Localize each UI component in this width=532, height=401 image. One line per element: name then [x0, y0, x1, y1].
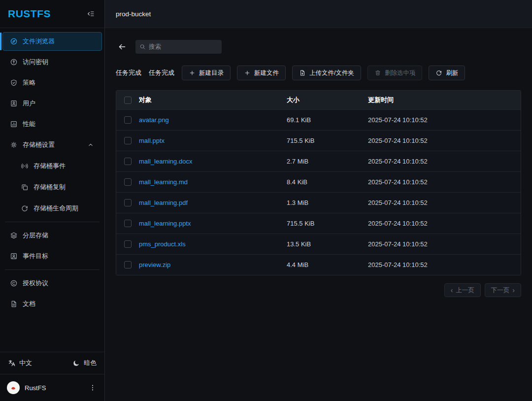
- account-row[interactable]: RustFS: [0, 374, 104, 401]
- search-box: [135, 40, 222, 54]
- object-updated: 2025-07-24 10:10:52: [368, 240, 521, 248]
- chevron-up-icon: [87, 141, 95, 149]
- object-updated: 2025-07-24 10:10:52: [368, 116, 521, 124]
- object-updated: 2025-07-24 10:10:52: [368, 178, 521, 186]
- sidebar-item-label: 存储桶复制: [33, 183, 95, 192]
- object-link[interactable]: mall_learning.md: [139, 178, 188, 186]
- select-all-checkbox[interactable]: [124, 97, 132, 104]
- toolbar: 任务完成任务完成 新建目录新建文件上传文件/文件夹删除选中项刷新: [116, 66, 521, 80]
- sidebar-item-docs[interactable]: 文档: [2, 294, 102, 314]
- table-row: preview.zip4.4 MiB2025-07-24 10:10:52: [116, 254, 521, 275]
- search-row: [116, 40, 521, 54]
- row-checkbox[interactable]: [124, 261, 132, 268]
- object-updated: 2025-07-24 10:10:52: [368, 137, 521, 144]
- performance-icon: [10, 120, 18, 128]
- sidebar-item-file-browser[interactable]: 文件浏览器: [2, 32, 102, 51]
- sidebar-item-bucket-settings[interactable]: 存储桶设置: [2, 134, 102, 155]
- sidebar-item-bucket-events[interactable]: 存储桶事件: [2, 155, 102, 176]
- layers-icon: [10, 232, 18, 239]
- object-size: 69.1 KiB: [287, 116, 368, 124]
- table-row: mall_learning.pptx715.5 KiB2025-07-24 10…: [116, 213, 521, 234]
- moon-icon: [72, 359, 80, 367]
- object-link[interactable]: mall.pptx: [139, 137, 165, 144]
- sidebar-item-label: 文件浏览器: [23, 37, 95, 46]
- object-link[interactable]: pms_product.xls: [139, 240, 186, 248]
- sidebar-item-users[interactable]: 用户: [2, 93, 102, 114]
- sidebar-collapse-button[interactable]: [85, 8, 97, 20]
- sidebar-item-license[interactable]: 授权协议: [2, 273, 102, 294]
- column-header-name: 对象: [139, 96, 287, 104]
- arrow-left-icon: [118, 42, 127, 51]
- refresh-button[interactable]: 刷新: [429, 66, 465, 80]
- collapse-sidebar-icon: [87, 10, 95, 18]
- sidebar-item-bucket-replication[interactable]: 存储桶复制: [2, 176, 102, 198]
- account-menu-button[interactable]: [87, 382, 99, 394]
- object-link[interactable]: avatar.png: [139, 116, 169, 124]
- object-size: 8.4 KiB: [287, 178, 368, 186]
- object-link[interactable]: mall_learning.pptx: [139, 220, 191, 227]
- table-row: mall_learning.md8.4 KiB2025-07-24 10:10:…: [116, 171, 521, 192]
- next-page-button[interactable]: 下一页 ›: [485, 283, 521, 297]
- object-size: 2.7 MiB: [287, 158, 368, 165]
- new-folder-button[interactable]: 新建目录: [182, 66, 231, 80]
- prev-page-button[interactable]: ‹ 上一页: [444, 283, 481, 297]
- copy-icon: [21, 183, 29, 191]
- object-table: 对象 大小 更新时间 avatar.png69.1 KiB2025-07-24 …: [116, 90, 521, 275]
- page-title: prod-bucket: [116, 10, 151, 18]
- top-bar: prod-bucket: [105, 0, 532, 28]
- account-name: RustFS: [25, 384, 82, 392]
- sidebar-item-label: 存储桶生命周期: [33, 204, 95, 213]
- column-header-updated: 更新时间: [368, 96, 521, 104]
- object-size: 1.3 MiB: [287, 199, 368, 206]
- refresh-icon: [435, 69, 442, 76]
- table-header: 对象 大小 更新时间: [116, 91, 521, 109]
- sidebar-item-label: 性能: [23, 120, 95, 129]
- object-link[interactable]: mall_learning.pdf: [139, 199, 188, 206]
- sidebar-item-label: 分层存储: [23, 231, 95, 240]
- sidebar-item-event-targets[interactable]: 事件目标: [2, 246, 102, 267]
- sidebar-item-bucket-lifecycle[interactable]: 存储桶生命周期: [2, 198, 102, 219]
- object-link[interactable]: mall_learning.docx: [139, 158, 192, 165]
- trash-icon: [374, 69, 381, 76]
- object-size: 715.5 KiB: [287, 137, 368, 144]
- content: 任务完成任务完成 新建目录新建文件上传文件/文件夹删除选中项刷新 对象 大小 更…: [105, 28, 532, 401]
- row-checkbox[interactable]: [124, 199, 132, 206]
- row-checkbox[interactable]: [124, 137, 132, 144]
- delete-button[interactable]: 删除选中项: [367, 66, 423, 80]
- search-input[interactable]: [135, 40, 222, 54]
- button-label: 刷新: [446, 69, 458, 77]
- upload-button[interactable]: 上传文件/文件夹: [292, 66, 361, 80]
- user-icon: [10, 100, 18, 107]
- broadcast-icon: [21, 162, 29, 170]
- sidebar-item-performance[interactable]: 性能: [2, 114, 102, 134]
- preferences-row: 中文 暗色: [0, 352, 104, 374]
- sidebar-item-label: 策略: [23, 78, 95, 87]
- row-checkbox[interactable]: [124, 178, 132, 186]
- chevron-right-icon: ›: [512, 287, 515, 294]
- sidebar-footer: 中文 暗色 RustFS: [0, 352, 104, 401]
- chevron-left-icon: ‹: [451, 287, 453, 294]
- sidebar-item-policies[interactable]: 策略: [2, 72, 102, 93]
- theme-toggle[interactable]: 暗色: [72, 359, 97, 368]
- object-updated: 2025-07-24 10:10:52: [368, 199, 521, 206]
- row-checkbox[interactable]: [124, 116, 132, 124]
- sidebar-item-tiered-storage[interactable]: 分层存储: [2, 225, 102, 246]
- sidebar: RUSTFS 文件浏览器访问密钥策略用户性能存储桶设置存储桶事件存储桶复制存储桶…: [0, 0, 105, 401]
- back-button[interactable]: [116, 40, 129, 53]
- object-size: 13.5 KiB: [287, 240, 368, 248]
- language-switcher[interactable]: 中文: [8, 359, 32, 368]
- row-checkbox[interactable]: [124, 220, 132, 227]
- new-file-button[interactable]: 新建文件: [237, 66, 286, 80]
- row-checkbox[interactable]: [124, 158, 132, 165]
- object-link[interactable]: preview.zip: [139, 261, 170, 268]
- object-size: 715.5 KiB: [287, 220, 368, 227]
- object-updated: 2025-07-24 10:10:52: [368, 220, 521, 227]
- row-checkbox[interactable]: [124, 240, 132, 248]
- copyright-icon: [10, 279, 18, 287]
- sidebar-divider: [5, 269, 100, 270]
- sidebar-item-access-keys[interactable]: 访问密钥: [2, 52, 102, 72]
- lifecycle-icon: [21, 204, 29, 212]
- plus-icon: [244, 69, 251, 76]
- sidebar-item-label: 事件目标: [23, 252, 95, 261]
- rustfs-logo-icon: [9, 384, 17, 392]
